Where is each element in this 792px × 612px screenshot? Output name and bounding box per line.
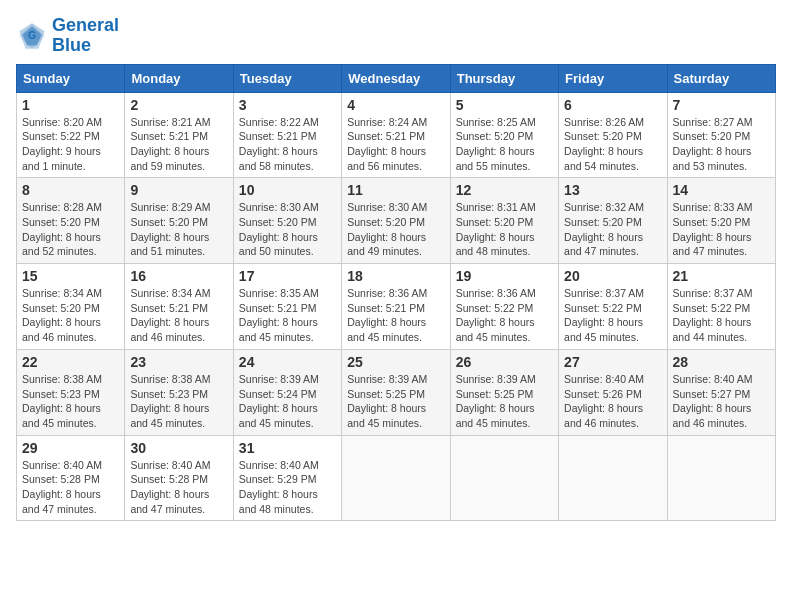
- header-day-thursday: Thursday: [450, 64, 558, 92]
- day-info: Sunrise: 8:30 AMSunset: 5:20 PMDaylight:…: [347, 200, 444, 259]
- day-number: 29: [22, 440, 119, 456]
- day-number: 15: [22, 268, 119, 284]
- calendar-cell: 6Sunrise: 8:26 AMSunset: 5:20 PMDaylight…: [559, 92, 667, 178]
- day-number: 16: [130, 268, 227, 284]
- day-number: 25: [347, 354, 444, 370]
- header-day-wednesday: Wednesday: [342, 64, 450, 92]
- calendar-table: SundayMondayTuesdayWednesdayThursdayFrid…: [16, 64, 776, 522]
- day-number: 18: [347, 268, 444, 284]
- day-info: Sunrise: 8:22 AMSunset: 5:21 PMDaylight:…: [239, 115, 336, 174]
- day-info: Sunrise: 8:38 AMSunset: 5:23 PMDaylight:…: [130, 372, 227, 431]
- day-number: 4: [347, 97, 444, 113]
- header-day-monday: Monday: [125, 64, 233, 92]
- page-header: G General Blue: [16, 16, 776, 56]
- day-number: 5: [456, 97, 553, 113]
- day-number: 23: [130, 354, 227, 370]
- calendar-cell: 10Sunrise: 8:30 AMSunset: 5:20 PMDayligh…: [233, 178, 341, 264]
- calendar-week-row: 8Sunrise: 8:28 AMSunset: 5:20 PMDaylight…: [17, 178, 776, 264]
- day-number: 27: [564, 354, 661, 370]
- day-info: Sunrise: 8:24 AMSunset: 5:21 PMDaylight:…: [347, 115, 444, 174]
- calendar-cell: [450, 435, 558, 521]
- calendar-cell: 26Sunrise: 8:39 AMSunset: 5:25 PMDayligh…: [450, 349, 558, 435]
- day-info: Sunrise: 8:29 AMSunset: 5:20 PMDaylight:…: [130, 200, 227, 259]
- calendar-cell: 27Sunrise: 8:40 AMSunset: 5:26 PMDayligh…: [559, 349, 667, 435]
- day-number: 8: [22, 182, 119, 198]
- day-number: 6: [564, 97, 661, 113]
- header-day-tuesday: Tuesday: [233, 64, 341, 92]
- day-number: 2: [130, 97, 227, 113]
- svg-text:G: G: [28, 30, 36, 41]
- day-info: Sunrise: 8:33 AMSunset: 5:20 PMDaylight:…: [673, 200, 770, 259]
- calendar-cell: 14Sunrise: 8:33 AMSunset: 5:20 PMDayligh…: [667, 178, 775, 264]
- day-info: Sunrise: 8:27 AMSunset: 5:20 PMDaylight:…: [673, 115, 770, 174]
- day-info: Sunrise: 8:30 AMSunset: 5:20 PMDaylight:…: [239, 200, 336, 259]
- day-info: Sunrise: 8:32 AMSunset: 5:20 PMDaylight:…: [564, 200, 661, 259]
- day-number: 1: [22, 97, 119, 113]
- day-number: 7: [673, 97, 770, 113]
- day-info: Sunrise: 8:36 AMSunset: 5:21 PMDaylight:…: [347, 286, 444, 345]
- calendar-cell: 24Sunrise: 8:39 AMSunset: 5:24 PMDayligh…: [233, 349, 341, 435]
- day-info: Sunrise: 8:35 AMSunset: 5:21 PMDaylight:…: [239, 286, 336, 345]
- calendar-cell: 19Sunrise: 8:36 AMSunset: 5:22 PMDayligh…: [450, 264, 558, 350]
- day-info: Sunrise: 8:40 AMSunset: 5:29 PMDaylight:…: [239, 458, 336, 517]
- calendar-cell: 21Sunrise: 8:37 AMSunset: 5:22 PMDayligh…: [667, 264, 775, 350]
- day-number: 30: [130, 440, 227, 456]
- calendar-cell: 13Sunrise: 8:32 AMSunset: 5:20 PMDayligh…: [559, 178, 667, 264]
- calendar-cell: [342, 435, 450, 521]
- header-day-sunday: Sunday: [17, 64, 125, 92]
- day-info: Sunrise: 8:26 AMSunset: 5:20 PMDaylight:…: [564, 115, 661, 174]
- day-info: Sunrise: 8:25 AMSunset: 5:20 PMDaylight:…: [456, 115, 553, 174]
- calendar-cell: 8Sunrise: 8:28 AMSunset: 5:20 PMDaylight…: [17, 178, 125, 264]
- calendar-cell: [667, 435, 775, 521]
- calendar-cell: 16Sunrise: 8:34 AMSunset: 5:21 PMDayligh…: [125, 264, 233, 350]
- calendar-cell: 5Sunrise: 8:25 AMSunset: 5:20 PMDaylight…: [450, 92, 558, 178]
- calendar-cell: 12Sunrise: 8:31 AMSunset: 5:20 PMDayligh…: [450, 178, 558, 264]
- day-info: Sunrise: 8:21 AMSunset: 5:21 PMDaylight:…: [130, 115, 227, 174]
- day-number: 3: [239, 97, 336, 113]
- day-info: Sunrise: 8:31 AMSunset: 5:20 PMDaylight:…: [456, 200, 553, 259]
- day-number: 10: [239, 182, 336, 198]
- calendar-cell: 3Sunrise: 8:22 AMSunset: 5:21 PMDaylight…: [233, 92, 341, 178]
- calendar-week-row: 15Sunrise: 8:34 AMSunset: 5:20 PMDayligh…: [17, 264, 776, 350]
- calendar-cell: 28Sunrise: 8:40 AMSunset: 5:27 PMDayligh…: [667, 349, 775, 435]
- calendar-cell: 20Sunrise: 8:37 AMSunset: 5:22 PMDayligh…: [559, 264, 667, 350]
- day-info: Sunrise: 8:20 AMSunset: 5:22 PMDaylight:…: [22, 115, 119, 174]
- day-info: Sunrise: 8:40 AMSunset: 5:26 PMDaylight:…: [564, 372, 661, 431]
- day-number: 21: [673, 268, 770, 284]
- day-info: Sunrise: 8:40 AMSunset: 5:28 PMDaylight:…: [22, 458, 119, 517]
- day-info: Sunrise: 8:34 AMSunset: 5:20 PMDaylight:…: [22, 286, 119, 345]
- calendar-cell: 18Sunrise: 8:36 AMSunset: 5:21 PMDayligh…: [342, 264, 450, 350]
- day-number: 31: [239, 440, 336, 456]
- day-number: 24: [239, 354, 336, 370]
- day-number: 13: [564, 182, 661, 198]
- calendar-cell: 9Sunrise: 8:29 AMSunset: 5:20 PMDaylight…: [125, 178, 233, 264]
- calendar-cell: 17Sunrise: 8:35 AMSunset: 5:21 PMDayligh…: [233, 264, 341, 350]
- day-number: 19: [456, 268, 553, 284]
- day-number: 17: [239, 268, 336, 284]
- day-info: Sunrise: 8:39 AMSunset: 5:24 PMDaylight:…: [239, 372, 336, 431]
- header-day-saturday: Saturday: [667, 64, 775, 92]
- logo-icon: G: [16, 20, 48, 52]
- calendar-cell: 11Sunrise: 8:30 AMSunset: 5:20 PMDayligh…: [342, 178, 450, 264]
- calendar-cell: 4Sunrise: 8:24 AMSunset: 5:21 PMDaylight…: [342, 92, 450, 178]
- calendar-week-row: 29Sunrise: 8:40 AMSunset: 5:28 PMDayligh…: [17, 435, 776, 521]
- day-number: 22: [22, 354, 119, 370]
- calendar-cell: 31Sunrise: 8:40 AMSunset: 5:29 PMDayligh…: [233, 435, 341, 521]
- calendar-cell: 22Sunrise: 8:38 AMSunset: 5:23 PMDayligh…: [17, 349, 125, 435]
- calendar-cell: 23Sunrise: 8:38 AMSunset: 5:23 PMDayligh…: [125, 349, 233, 435]
- logo: G General Blue: [16, 16, 119, 56]
- day-number: 9: [130, 182, 227, 198]
- calendar-cell: 30Sunrise: 8:40 AMSunset: 5:28 PMDayligh…: [125, 435, 233, 521]
- calendar-cell: 7Sunrise: 8:27 AMSunset: 5:20 PMDaylight…: [667, 92, 775, 178]
- calendar-cell: 29Sunrise: 8:40 AMSunset: 5:28 PMDayligh…: [17, 435, 125, 521]
- days-header-row: SundayMondayTuesdayWednesdayThursdayFrid…: [17, 64, 776, 92]
- day-number: 14: [673, 182, 770, 198]
- day-info: Sunrise: 8:37 AMSunset: 5:22 PMDaylight:…: [673, 286, 770, 345]
- calendar-week-row: 1Sunrise: 8:20 AMSunset: 5:22 PMDaylight…: [17, 92, 776, 178]
- day-info: Sunrise: 8:28 AMSunset: 5:20 PMDaylight:…: [22, 200, 119, 259]
- calendar-cell: 2Sunrise: 8:21 AMSunset: 5:21 PMDaylight…: [125, 92, 233, 178]
- calendar-cell: 15Sunrise: 8:34 AMSunset: 5:20 PMDayligh…: [17, 264, 125, 350]
- day-info: Sunrise: 8:40 AMSunset: 5:28 PMDaylight:…: [130, 458, 227, 517]
- calendar-cell: 1Sunrise: 8:20 AMSunset: 5:22 PMDaylight…: [17, 92, 125, 178]
- day-number: 11: [347, 182, 444, 198]
